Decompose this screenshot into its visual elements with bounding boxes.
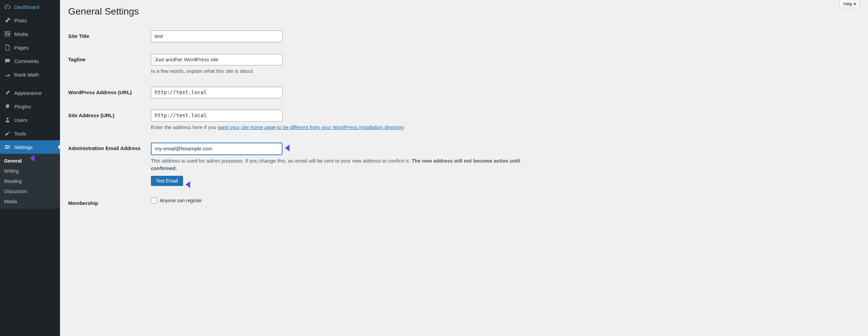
annotation-arrow-icon: [185, 181, 206, 190]
sidebar-item-rankmath[interactable]: Rank Math: [0, 68, 60, 81]
wrench-icon: [4, 130, 11, 137]
comments-icon: [4, 58, 11, 64]
sidebar-item-appearance[interactable]: Appearance: [0, 86, 60, 100]
sidebar-item-users[interactable]: Users: [0, 113, 60, 127]
site-url-input[interactable]: [151, 110, 282, 122]
settings-submenu: General Writing Reading Discussion Media: [0, 154, 60, 209]
sidebar-item-media[interactable]: Media: [0, 27, 60, 41]
sidebar-item-comments[interactable]: Comments: [0, 54, 60, 68]
sidebar-item-label: Appearance: [14, 90, 42, 96]
sidebar-item-label: Posts: [14, 18, 27, 23]
tagline-hint: In a few words, explain what this site i…: [151, 67, 524, 75]
main-content: Help ▾ General Settings Site Title Tagli…: [60, 0, 868, 336]
site-url-hint-link[interactable]: want your site home page to be different…: [218, 124, 404, 130]
site-url-hint: Enter the address here if you want your …: [151, 124, 524, 131]
admin-sidebar: Dashboard Posts Media Pages Comments Ran…: [0, 0, 60, 336]
media-icon: [4, 30, 11, 37]
sidebar-item-label: Comments: [14, 58, 39, 64]
tagline-label: Tagline: [68, 54, 151, 62]
submenu-item-discussion[interactable]: Discussion: [0, 186, 60, 196]
help-tab[interactable]: Help ▾: [840, 0, 860, 8]
sidebar-item-label: Pages: [14, 45, 29, 50]
site-url-label: Site Address (URL): [68, 110, 151, 118]
user-icon: [4, 117, 11, 123]
admin-email-hint: This address is used for admin purposes.…: [151, 157, 524, 172]
sidebar-item-label: Settings: [14, 144, 33, 150]
submenu-item-reading[interactable]: Reading: [0, 176, 60, 186]
site-title-label: Site Title: [68, 30, 151, 39]
annotation-arrow-icon: [285, 144, 305, 153]
site-title-input[interactable]: [151, 30, 282, 42]
sliders-icon: [4, 144, 11, 150]
sidebar-item-label: Plugins: [14, 104, 31, 109]
submenu-item-media[interactable]: Media: [0, 196, 60, 207]
membership-checkbox[interactable]: [151, 197, 157, 204]
sidebar-item-posts[interactable]: Posts: [0, 14, 60, 27]
help-label: Help: [843, 1, 852, 6]
sidebar-item-plugins[interactable]: Plugins: [0, 100, 60, 113]
chart-icon: [4, 71, 11, 78]
membership-checkbox-label: Anyone can register: [160, 198, 202, 203]
plug-icon: [4, 103, 11, 110]
wp-url-label: WordPress Address (URL): [68, 87, 151, 95]
admin-email-input[interactable]: [151, 143, 282, 155]
pin-icon: [4, 17, 11, 24]
sidebar-item-tools[interactable]: Tools: [0, 127, 60, 140]
sidebar-item-label: Users: [14, 117, 27, 123]
submenu-item-writing[interactable]: Writing: [0, 166, 60, 176]
membership-label: Membership: [68, 197, 151, 206]
chevron-down-icon: ▾: [854, 1, 856, 6]
sidebar-item-label: Media: [14, 31, 28, 37]
dashboard-icon: [4, 3, 11, 10]
sidebar-item-label: Dashboard: [14, 4, 39, 10]
wp-url-input[interactable]: [151, 87, 282, 99]
sidebar-item-dashboard[interactable]: Dashboard: [0, 0, 60, 14]
test-email-button[interactable]: Test Email: [151, 176, 183, 186]
sidebar-item-settings[interactable]: Settings: [0, 140, 60, 154]
page-title: General Settings: [68, 0, 860, 20]
submenu-item-general[interactable]: General: [0, 156, 60, 166]
pages-icon: [4, 44, 11, 51]
sidebar-item-label: Tools: [14, 131, 26, 136]
sidebar-item-label: Rank Math: [14, 72, 39, 78]
admin-email-label: Administration Email Address: [68, 143, 151, 151]
tagline-input[interactable]: [151, 54, 282, 66]
brush-icon: [4, 89, 11, 96]
sidebar-item-pages[interactable]: Pages: [0, 41, 60, 54]
